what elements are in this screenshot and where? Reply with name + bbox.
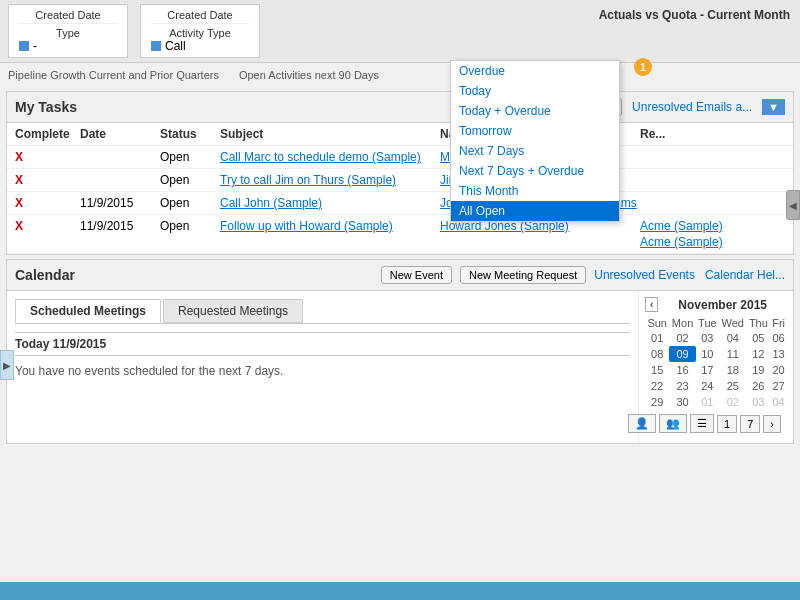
person-view-button[interactable]: 👤 — [628, 414, 656, 433]
cal-day-mon: Mon — [669, 316, 695, 330]
dropdown-item-all-open[interactable]: All Open — [451, 201, 619, 221]
mini-calendar: ‹ November 2015 Sun Mon Tue Wed Thu Fri — [638, 291, 793, 443]
actuals-label: Actuals vs Quota - Current Month — [599, 8, 790, 22]
cal-cell[interactable]: 27 — [770, 378, 787, 394]
dropdown-item-7days-overdue[interactable]: Next 7 Days + Overdue — [451, 161, 619, 181]
dropdown-item-7days[interactable]: Next 7 Days — [451, 141, 619, 161]
task-complete-1[interactable]: X — [15, 150, 80, 164]
table-row: X 11/9/2015 Open Follow up with Howard (… — [7, 215, 793, 254]
bottom-bar — [0, 582, 800, 600]
cal-bottom-icons: 👤 👥 ☰ 1 7 › — [645, 410, 787, 437]
mini-cal-month: November 2015 — [658, 298, 787, 312]
tasks-header: My Tasks New Unresolved Emails a... ▼ — [7, 92, 793, 123]
dropdown-item-overdue[interactable]: Overdue — [451, 61, 619, 81]
cal-cell[interactable]: 08 — [645, 346, 669, 362]
task-subject-4[interactable]: Follow up with Howard (Sample) — [220, 219, 440, 233]
cal-cell[interactable]: 22 — [645, 378, 669, 394]
cal-cell[interactable]: 24 — [696, 378, 719, 394]
open-activities-link[interactable]: Open Activities next 90 Days — [239, 69, 379, 81]
task-subject-3[interactable]: Call John (Sample) — [220, 196, 440, 210]
cal-cell[interactable]: 29 — [645, 394, 669, 410]
collapse-handle[interactable]: ◀ — [786, 190, 800, 220]
unresolved-emails-link[interactable]: Unresolved Emails a... — [632, 100, 752, 114]
activity-blue-sq — [151, 41, 161, 51]
task-status-4: Open — [160, 219, 220, 233]
task-related-4[interactable]: Acme (Sample) Acme (Sample) — [640, 219, 785, 249]
cal-cell-other[interactable]: 01 — [696, 394, 719, 410]
cal-divider-2 — [15, 355, 630, 356]
new-meeting-button[interactable]: New Meeting Request — [460, 266, 586, 284]
dropdown-toggle-icon[interactable]: ▼ — [762, 99, 785, 115]
table-row: X Open Call Marc to schedule demo (Sampl… — [7, 146, 793, 169]
new-event-button[interactable]: New Event — [381, 266, 452, 284]
card-sublabel-2: Activity Type — [151, 27, 249, 39]
cal-day-fri: Fri — [770, 316, 787, 330]
cal-cell[interactable]: 03 — [696, 330, 719, 346]
task-complete-3[interactable]: X — [15, 196, 80, 210]
cal-cell[interactable]: 25 — [719, 378, 747, 394]
cal-day-wed: Wed — [719, 316, 747, 330]
calendar-header: Calendar New Event New Meeting Request U… — [7, 260, 793, 291]
cal-cell[interactable]: 23 — [669, 378, 695, 394]
calendar-tabs: Scheduled Meetings Requested Meetings — [15, 299, 630, 324]
mini-cal-prev[interactable]: ‹ — [645, 297, 658, 312]
cal-cell[interactable]: 20 — [770, 362, 787, 378]
cal-cell[interactable]: 04 — [719, 330, 747, 346]
created-date-activity-card: Created Date Activity Type Call — [140, 4, 260, 58]
cal-cell[interactable]: 17 — [696, 362, 719, 378]
pipeline-link[interactable]: Pipeline Growth Current and Prior Quarte… — [8, 69, 219, 81]
cal-cell[interactable]: 16 — [669, 362, 695, 378]
dropdown-item-today-overdue[interactable]: Today + Overdue — [451, 101, 619, 121]
task-subject-1[interactable]: Call Marc to schedule demo (Sample) — [220, 150, 440, 164]
page-1-button[interactable]: 1 — [717, 415, 737, 433]
cal-cell[interactable]: 15 — [645, 362, 669, 378]
dropdown-item-tomorrow[interactable]: Tomorrow — [451, 121, 619, 141]
calendar-no-events: You have no events scheduled for the nex… — [15, 360, 630, 382]
my-tasks-section: My Tasks New Unresolved Emails a... ▼ Co… — [6, 91, 794, 255]
task-complete-4[interactable]: X — [15, 219, 80, 233]
dropdown-item-today[interactable]: Today — [451, 81, 619, 101]
type-blue-sq — [19, 41, 29, 51]
cal-next-button[interactable]: › — [763, 415, 781, 433]
cal-cell[interactable]: 30 — [669, 394, 695, 410]
filter-dropdown[interactable]: Overdue Today Today + Overdue Tomorrow N… — [450, 60, 620, 222]
calendar-help-link[interactable]: Calendar Hel... — [705, 268, 785, 282]
cal-day-tue: Tue — [696, 316, 719, 330]
col-status: Status — [160, 127, 220, 141]
calendar-title: Calendar — [15, 267, 373, 283]
task-subject-2[interactable]: Try to call Jim on Thurs (Sample) — [220, 173, 440, 187]
calendar-today-label: Today 11/9/2015 — [15, 337, 630, 351]
card-sublabel-1: Type — [19, 27, 117, 39]
task-status-1: Open — [160, 150, 220, 164]
cal-cell[interactable]: 12 — [747, 346, 771, 362]
cal-cell[interactable]: 19 — [747, 362, 771, 378]
dropdown-item-this-month[interactable]: This Month — [451, 181, 619, 201]
cal-cell[interactable]: 10 — [696, 346, 719, 362]
calendar-body: Scheduled Meetings Requested Meetings To… — [7, 291, 793, 443]
cal-cell-other[interactable]: 02 — [719, 394, 747, 410]
left-handle[interactable]: ▶ — [0, 350, 14, 380]
cal-cell[interactable]: 01 — [645, 330, 669, 346]
page-7-button[interactable]: 7 — [740, 415, 760, 433]
cal-cell[interactable]: 06 — [770, 330, 787, 346]
badge-1: 1 — [634, 58, 652, 76]
unresolved-events-link[interactable]: Unresolved Events — [594, 268, 695, 282]
task-complete-2[interactable]: X — [15, 173, 80, 187]
cal-cell-other[interactable]: 03 — [747, 394, 771, 410]
cal-cell[interactable]: 18 — [719, 362, 747, 378]
cal-cell[interactable]: 26 — [747, 378, 771, 394]
list-view-button[interactable]: ☰ — [690, 414, 714, 433]
group-view-button[interactable]: 👥 — [659, 414, 687, 433]
cal-cell-today[interactable]: 09 — [669, 346, 695, 362]
card-label-2: Created Date — [151, 9, 249, 24]
cal-cell[interactable]: 13 — [770, 346, 787, 362]
cal-cell[interactable]: 02 — [669, 330, 695, 346]
created-date-type-card: Created Date Type - — [8, 4, 128, 58]
col-complete: Complete — [15, 127, 80, 141]
cal-cell[interactable]: 11 — [719, 346, 747, 362]
calendar-left: Scheduled Meetings Requested Meetings To… — [7, 291, 638, 443]
tab-scheduled-meetings[interactable]: Scheduled Meetings — [15, 299, 161, 323]
cal-cell-other[interactable]: 04 — [770, 394, 787, 410]
cal-cell[interactable]: 05 — [747, 330, 771, 346]
tab-requested-meetings[interactable]: Requested Meetings — [163, 299, 303, 323]
